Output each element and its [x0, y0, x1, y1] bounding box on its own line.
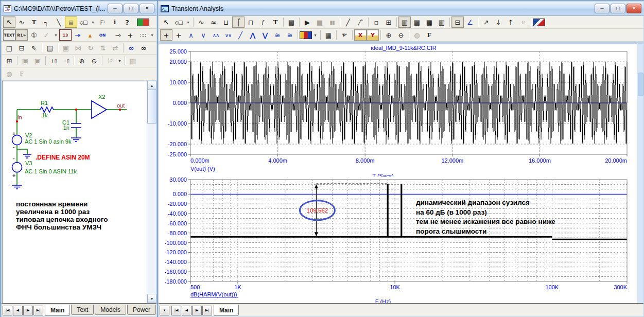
envelope-button[interactable]: ≀≀ — [517, 16, 529, 28]
scroll-down-button[interactable]: ▼ — [147, 294, 156, 303]
plot-vscrollbar[interactable] — [637, 44, 643, 304]
data-point-labels-toggle[interactable]: ▫ — [370, 16, 382, 28]
copy-window-button[interactable]: ▣ — [19, 55, 31, 66]
globe-button[interactable]: ◍ — [411, 29, 423, 41]
envelope-low-button[interactable]: ≋ — [284, 29, 296, 41]
node-voltages-toggle[interactable]: ✓ — [40, 29, 53, 41]
tab-main[interactable]: Main — [214, 305, 239, 316]
capacitor-c1[interactable] — [71, 124, 81, 128]
x-axis-scale-button[interactable]: X — [354, 29, 367, 41]
scroll-thumb[interactable] — [147, 90, 156, 124]
grid-sparse-toggle[interactable]: ▥ — [436, 16, 448, 28]
plot-select-dropdown[interactable]: ▾ — [160, 306, 169, 315]
cursor-next-mode[interactable]: + — [172, 29, 185, 41]
schematic-canvas[interactable]: R1 1k X2 C1 1n V2 AC 1 Sin 0 asin 9k V3 … — [2, 81, 147, 304]
minimize-button[interactable]: ─ — [108, 4, 123, 13]
model-editor-button[interactable]: ▦ — [127, 55, 139, 66]
node-voltages-caret[interactable]: ▾ — [53, 29, 59, 41]
performance-windows-button[interactable]: 'P' — [338, 29, 351, 41]
animate-options-button[interactable] — [533, 19, 545, 26]
function-button[interactable]: F — [423, 29, 436, 41]
conditions-toggle[interactable]: ON — [96, 29, 109, 41]
close-button[interactable]: ✕ — [140, 4, 154, 13]
valley-button[interactable]: ∨ — [197, 29, 210, 41]
split-window-button[interactable]: ⊞ — [3, 55, 15, 66]
mirror-button[interactable]: ⋈ — [72, 42, 84, 54]
rotate-button[interactable]: ↻ — [84, 42, 97, 54]
shape-tools[interactable]: ◇□ — [77, 16, 90, 28]
resistor-r1[interactable] — [40, 107, 54, 112]
help-mode[interactable]: ? — [121, 16, 133, 28]
goto-flag-button[interactable]: ⚐ — [104, 55, 116, 66]
global-high-button[interactable]: ⋀ — [247, 29, 259, 41]
scale-mode[interactable]: ∿ — [195, 16, 207, 28]
globe-button[interactable]: ◍ — [3, 68, 15, 79]
zoom-out-button[interactable]: ⊖ — [88, 55, 100, 66]
cursor-bottom-button[interactable]: ↓ — [492, 16, 504, 28]
tab-power[interactable]: Power — [127, 305, 156, 315]
rectangle-select-tool[interactable]: □ — [3, 42, 15, 54]
copy-page-button[interactable]: ▣ — [31, 55, 44, 66]
low-button[interactable]: ∨∨ — [222, 29, 234, 41]
diagram-area-tool[interactable]: ⊟ — [15, 42, 28, 54]
component-mode[interactable]: ▤ — [65, 16, 77, 28]
maximize-button[interactable]: ▢ — [124, 4, 138, 13]
maximize-button[interactable]: ▢ — [611, 4, 625, 13]
inflection-button[interactable]: ╱ — [234, 29, 247, 41]
attribute-text-toggle[interactable]: R1∿ — [15, 29, 28, 41]
stripes-vertical-toggle[interactable]: ▥ — [398, 16, 411, 28]
zoom-in-button[interactable]: ⊕ — [76, 55, 88, 66]
remove-page-button[interactable]: −▯ — [60, 55, 72, 66]
numeric-output-button[interactable]: ▦ — [322, 29, 335, 41]
goto-flag-caret[interactable]: ▾ — [116, 55, 123, 66]
first-page-button[interactable]: |◀ — [3, 306, 12, 315]
currents-toggle[interactable]: ⇥ — [72, 29, 84, 41]
crosshair-cursor-toggle[interactable]: + — [124, 29, 136, 41]
grid-dense-toggle[interactable]: ▦ — [423, 16, 436, 28]
prev-page-button[interactable]: ◀ — [13, 306, 23, 315]
function-button[interactable]: F — [15, 68, 28, 79]
scroll-thumb[interactable] — [638, 73, 643, 96]
flip-vertical-button[interactable]: ⇅ — [97, 42, 109, 54]
next-page-button[interactable]: ▶ — [23, 306, 33, 315]
cursor-top-button[interactable]: ↑ — [504, 16, 517, 28]
prev-page-button[interactable]: ◀ — [182, 306, 192, 315]
transient-titlebar[interactable]: Transient Analysis ─ ▢ ✕ — [159, 2, 643, 16]
node-numbers-toggle[interactable]: ① — [28, 29, 40, 41]
flag-mode[interactable]: ⚐ — [96, 16, 109, 28]
cursor-slope-button[interactable]: ↗ — [480, 16, 492, 28]
pin-connections-toggle[interactable]: ⊸ — [112, 29, 124, 41]
graphics-caret[interactable]: ▾ — [185, 16, 192, 28]
horizontal-tag-mode[interactable]: ⊓ — [245, 16, 257, 28]
last-page-button[interactable]: ▶| — [202, 306, 212, 315]
envelope-high-button[interactable]: ≋ — [271, 29, 284, 41]
spectrum-plot[interactable]: 109.562динамический диапазон сузилсяна 6… — [162, 178, 642, 305]
performance-tag-mode[interactable]: ƒ — [257, 16, 269, 28]
zoom-out-button[interactable]: ⊖ — [395, 29, 407, 41]
cursor-mode[interactable]: ≈ — [207, 16, 220, 28]
stop-button[interactable]: ■ — [314, 16, 326, 28]
wire-ortho-mode[interactable]: ┐ — [40, 16, 53, 28]
analog-digital-toggle[interactable] — [137, 19, 149, 26]
first-page-button[interactable]: |◀ — [171, 306, 181, 315]
text-mode[interactable]: T — [269, 16, 282, 28]
properties-button[interactable]: ▤ — [44, 42, 56, 54]
opamp-x2[interactable] — [92, 101, 107, 118]
tab-models[interactable]: Models — [95, 305, 126, 315]
schematic-vscrollbar[interactable]: ▲ ▼ — [147, 81, 156, 303]
power-toggle[interactable]: ▴ — [84, 29, 96, 41]
next-page-button[interactable]: ▶ — [192, 306, 202, 315]
minimize-button[interactable]: ─ — [595, 4, 610, 13]
source-v3[interactable] — [12, 163, 22, 172]
last-page-button[interactable]: ▶| — [33, 306, 43, 315]
line-tool[interactable]: ╱ — [342, 16, 354, 28]
plot-properties-button[interactable] — [300, 31, 312, 39]
text-mode[interactable]: T — [28, 16, 40, 28]
cursor-lr-mode[interactable]: + — [160, 29, 172, 41]
properties-button[interactable]: ▤ — [285, 16, 298, 28]
point-tag-mode[interactable]: ⌠ — [232, 16, 245, 28]
grid-caret[interactable]: ▾ — [149, 29, 155, 41]
flip-horizontal-button[interactable]: ⇄ — [109, 42, 121, 54]
line-mode[interactable]: ╲ — [53, 16, 65, 28]
global-low-button[interactable]: ⋁ — [259, 29, 271, 41]
